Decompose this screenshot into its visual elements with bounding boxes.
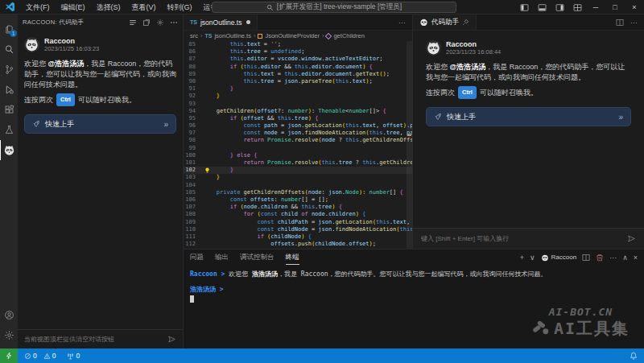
code-line[interactable]: 90 this.tree = json.parseTree(this.text)… — [184, 78, 412, 85]
line-number[interactable]: 98 — [184, 137, 203, 144]
quick-start-button[interactable]: 快速上手 » — [24, 114, 176, 134]
code-line[interactable]: 88 if (this.editor && this.editor.docume… — [184, 64, 412, 71]
raccoon-assistant-icon[interactable] — [0, 140, 18, 160]
source-control-icon[interactable] — [0, 60, 18, 80]
notifications-bell[interactable] — [630, 352, 638, 360]
code-line[interactable]: 104 — [184, 182, 412, 189]
line-number[interactable]: 89 — [184, 71, 203, 78]
search-view-icon[interactable] — [0, 39, 18, 60]
line-number[interactable]: 94 — [184, 108, 203, 115]
code-line[interactable]: 108 for (const child of node.children) { — [184, 211, 412, 218]
command-center-search[interactable]: [扩展开发宿主] tree-view-sample [管理员] — [212, 2, 456, 13]
code-line[interactable]: 110 const childNode = json.findNodeAtLoc… — [184, 226, 412, 233]
send-icon[interactable] — [167, 335, 176, 344]
customize-layout-icon[interactable] — [568, 0, 586, 14]
split-editor-icon[interactable] — [616, 19, 624, 27]
breadcrumb-src[interactable]: src — [190, 32, 198, 39]
line-number[interactable]: 88 — [184, 64, 203, 71]
new-terminal-icon[interactable]: + — [520, 254, 524, 262]
code-line[interactable]: 105 private getChildrenOffsets(node: jso… — [184, 189, 412, 196]
maximize-panel-icon[interactable]: ∧ — [622, 254, 628, 262]
code-line[interactable]: 106 const offsets: number[] = []; — [184, 196, 412, 204]
line-number[interactable]: 105 — [184, 189, 203, 196]
code-line[interactable]: 93 — [184, 101, 412, 108]
code-line[interactable]: 109 const childPath = json.getLocation(t… — [184, 219, 412, 226]
menu-goto[interactable]: 转到(G) — [162, 0, 198, 14]
window-minimize-button[interactable]: ─ — [586, 0, 605, 14]
line-number[interactable]: 112 — [184, 241, 203, 248]
ports-status[interactable]: 0 — [67, 352, 80, 360]
code-line[interactable]: 96 const path = json.getLocation(this.te… — [184, 122, 412, 130]
code-line[interactable]: 91 } — [184, 85, 412, 93]
line-number[interactable]: 103 — [184, 174, 203, 181]
code-line[interactable]: 112 offsets.push(childNode.offset); — [184, 241, 412, 248]
explorer-icon[interactable]: 1 — [0, 19, 18, 39]
line-number[interactable]: 97 — [184, 130, 203, 137]
run-debug-icon[interactable] — [0, 80, 18, 100]
line-number[interactable]: 86 — [184, 48, 203, 56]
assistant-settings-icon[interactable] — [156, 19, 164, 27]
tab-debug-console[interactable]: 调试控制台 — [240, 250, 275, 265]
errors-status[interactable]: 0 — [24, 352, 37, 360]
line-number[interactable]: 109 — [184, 219, 203, 226]
extensions-icon[interactable] — [0, 100, 18, 120]
split-terminal-icon[interactable] — [582, 254, 590, 262]
modified-dot-icon[interactable] — [246, 20, 250, 24]
close-panel-icon[interactable]: × — [634, 254, 638, 262]
code-line[interactable]: 89 this.text = this.editor.document.getT… — [184, 71, 412, 78]
code-line[interactable]: 85 this.text = ''; — [184, 41, 412, 48]
code-line[interactable]: 107 if (node.children && this.tree) { — [184, 204, 412, 211]
code-line[interactable]: 101 return Promise.resolve(this.tree ? t… — [184, 159, 412, 167]
sidebar-chat-input[interactable]: 当前视图顶栏提供清空对话按钮 — [18, 329, 183, 349]
more-actions-icon[interactable] — [170, 19, 178, 27]
quick-start-button[interactable]: 快速上手 » — [426, 107, 631, 126]
line-number[interactable]: 99 — [184, 145, 203, 152]
editor-scrollbar[interactable] — [407, 41, 412, 249]
code-line[interactable]: 102 } — [184, 167, 412, 174]
code-line[interactable]: 99 — [184, 145, 412, 152]
assistant-chat-input[interactable]: 键入 [Shift + Enter] 可输入换行 — [413, 228, 644, 249]
menu-view[interactable]: 查看(V) — [126, 0, 162, 14]
line-number[interactable]: 100 — [184, 152, 203, 159]
send-icon[interactable] — [627, 234, 636, 243]
code-line[interactable]: 98 return Promise.resolve(node ? this.ge… — [184, 137, 412, 144]
code-line[interactable]: 87 this.editor = vscode.window.activeTex… — [184, 56, 412, 63]
line-number[interactable]: 110 — [184, 226, 203, 233]
code-line[interactable]: 94 getChildren(offset?: number): Thenabl… — [184, 108, 412, 115]
toggle-sidebar-icon[interactable] — [515, 0, 533, 14]
terminal-profile-chevron-icon[interactable]: ∨ — [530, 254, 535, 262]
line-number[interactable]: 101 — [184, 159, 203, 167]
tab-problems[interactable]: 问题 — [190, 250, 204, 265]
line-number[interactable]: 106 — [184, 196, 203, 204]
code-line[interactable]: 103 } — [184, 174, 412, 181]
editor-more-actions-icon[interactable]: ··· — [398, 19, 406, 27]
line-number[interactable]: 111 — [184, 233, 203, 241]
account-icon[interactable] — [0, 305, 18, 325]
line-number[interactable]: 108 — [184, 211, 203, 218]
code-line[interactable]: 97 const node = json.findNodeAtLocation(… — [184, 130, 412, 137]
terminal-profile[interactable]: Raccoon — [541, 254, 577, 262]
code-line[interactable]: 92 } — [184, 93, 412, 100]
window-close-button[interactable]: × — [625, 0, 644, 14]
line-number[interactable]: 96 — [184, 122, 203, 130]
terminal-content[interactable]: Raccoon > 欢迎您 浩浩汤汤，我是 Raccoon，您的代码助手。您可以… — [184, 265, 644, 349]
menu-edit[interactable]: 编辑(E) — [56, 0, 91, 14]
code-line[interactable]: 95 if (offset && this.tree) { — [184, 115, 412, 122]
tab-jsonoutline[interactable]: TS jsonOutline.ts — [184, 14, 258, 30]
breadcrumb-file[interactable]: jsonOutline.ts — [214, 32, 250, 39]
tab-terminal[interactable]: 终端 — [286, 250, 299, 265]
line-number[interactable]: 95 — [184, 115, 203, 122]
line-number[interactable]: 104 — [184, 182, 203, 189]
toggle-panel-icon[interactable] — [533, 0, 551, 14]
code-editor[interactable]: 85 this.text = '';86 this.tree = undefin… — [184, 41, 412, 249]
settings-gear-icon[interactable] — [0, 325, 18, 345]
toggle-secondary-sidebar-icon[interactable] — [551, 0, 568, 14]
breadcrumb-method[interactable]: getChildren — [333, 32, 364, 39]
menu-selection[interactable]: 选择(S) — [91, 0, 126, 14]
line-number[interactable]: 93 — [184, 101, 203, 108]
line-number[interactable]: 91 — [184, 85, 203, 93]
tab-code-assistant[interactable]: 代码助手 — [413, 14, 477, 30]
code-line[interactable]: 111 if (childNode) { — [184, 233, 412, 241]
quick-fix-lightbulb-icon[interactable] — [204, 167, 210, 173]
code-line[interactable]: 100 } else { — [184, 152, 412, 159]
